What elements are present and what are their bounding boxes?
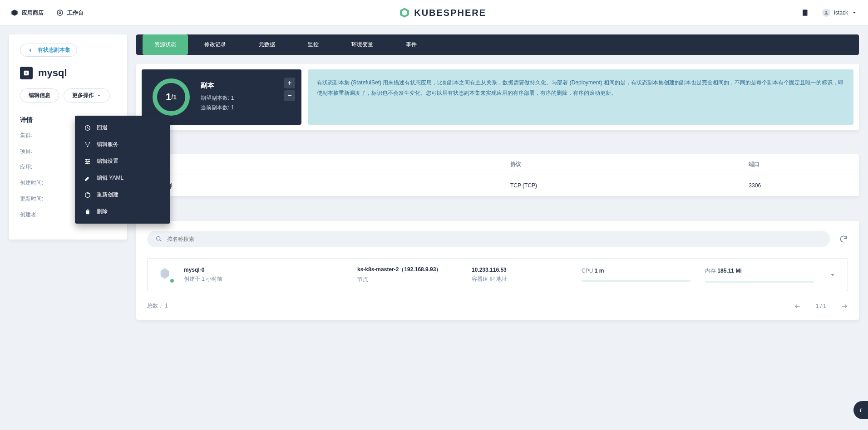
col-port: 端口	[736, 154, 859, 175]
dropdown-recreate[interactable]: 重新创建	[75, 186, 170, 203]
ports-table: 名称 协议 端口 tcp-mysql TCP (TCP) 3306	[136, 154, 859, 196]
caret-down-icon	[97, 93, 101, 98]
tab-revisions[interactable]: 修改记录	[192, 34, 238, 55]
pod-ip: 10.233.116.53	[472, 267, 572, 273]
pager: 1 / 1	[794, 303, 848, 310]
pod-node-label: 节点	[357, 276, 462, 283]
search-icon	[155, 235, 163, 243]
replica-actual: 当前副本数: 1	[201, 104, 234, 112]
logo: KUBESPHERE	[399, 7, 486, 19]
edit-info-button[interactable]: 编辑信息	[20, 88, 59, 103]
back-button[interactable]: 有状态副本集	[20, 44, 77, 57]
header: 应用商店 工作台 KUBESPHERE lstack	[0, 0, 868, 25]
pod-total: 总数： 1	[147, 302, 168, 310]
pod-name: mysql-0	[184, 267, 347, 273]
pods-card: mysql-0 创建于 1 小时前 ks-k8s-master-2（192.16…	[136, 221, 859, 320]
cpu-bar	[582, 280, 690, 282]
statefulset-icon	[20, 67, 33, 79]
app-store-icon	[11, 9, 18, 16]
tab-metadata[interactable]: 元数据	[247, 34, 287, 55]
detail-sidebar: 有状态副本集 mysql 编辑信息 更多操作 详情 集群: 项目: 应用: 创建…	[9, 34, 127, 239]
more-ops-dropdown: 回退 编辑服务 编辑设置 编辑 YAML 重新创建 删除	[75, 116, 170, 224]
svg-point-11	[86, 162, 88, 164]
docs-icon[interactable]	[801, 9, 809, 17]
nav-workbench[interactable]: 工作台	[56, 9, 84, 17]
restart-icon	[84, 191, 91, 199]
logo-icon	[399, 7, 410, 19]
sliders-icon	[84, 158, 91, 165]
mem-bar	[705, 281, 814, 283]
info-box: 有状态副本集 (StatefulSet) 用来描述有状态应用，比如副本之间有主从…	[308, 69, 853, 125]
replica-plus-button[interactable]: +	[284, 78, 295, 88]
tab-monitoring[interactable]: 监控	[296, 34, 330, 55]
port-row: tcp-mysql TCP (TCP) 3306	[136, 175, 859, 196]
replica-minus-button[interactable]: −	[284, 90, 295, 101]
tabs: 资源状态 修改记录 元数据 监控 环境变量 事件	[136, 34, 859, 55]
dropdown-delete[interactable]: 删除	[75, 203, 170, 220]
replica-card: 1/1 副本 期望副本数: 1 当前副本数: 1 + − 有状态副本集 (Sta…	[136, 64, 859, 130]
chevron-down-icon	[852, 10, 857, 15]
tab-env[interactable]: 环境变量	[340, 34, 385, 55]
dropdown-edit-yaml[interactable]: 编辑 YAML	[75, 170, 170, 186]
pod-node: ks-k8s-master-2（192.168.9.93）	[357, 266, 462, 274]
chevron-left-icon	[27, 47, 33, 54]
dropdown-edit-service[interactable]: 编辑服务	[75, 136, 170, 153]
user-menu[interactable]: lstack	[822, 9, 857, 17]
more-ops-button[interactable]: 更多操作	[64, 88, 110, 103]
tab-events[interactable]: 事件	[394, 34, 429, 55]
pod-search-input[interactable]	[167, 236, 822, 242]
svg-rect-2	[803, 10, 808, 16]
workbench-icon	[56, 9, 64, 16]
page-prev[interactable]	[794, 303, 801, 310]
dropdown-edit-settings[interactable]: 编辑设置	[75, 153, 170, 170]
svg-point-10	[88, 161, 89, 162]
pod-icon	[158, 267, 174, 283]
resource-title: mysql	[38, 67, 67, 79]
pods-heading: 容器组	[136, 207, 859, 215]
tab-resource-status[interactable]: 资源状态	[143, 34, 188, 55]
ports-heading: 端口	[136, 140, 859, 148]
pod-created: 创建于 1 小时前	[184, 275, 347, 283]
svg-point-1	[59, 12, 61, 14]
page-indicator: 1 / 1	[816, 303, 826, 309]
replica-title: 副本	[201, 81, 234, 90]
network-icon	[84, 141, 91, 148]
col-name: 名称	[136, 154, 498, 175]
svg-point-13	[157, 237, 160, 240]
pod-status-indicator	[169, 278, 175, 283]
replica-ring: 1/1	[153, 78, 190, 116]
trash-icon	[84, 208, 91, 215]
pod-ip-label: 容器组 IP 地址	[472, 275, 572, 283]
expand-icon[interactable]	[829, 271, 837, 279]
svg-point-3	[825, 11, 827, 13]
dropdown-rollback[interactable]: 回退	[75, 119, 170, 136]
nav-app-store[interactable]: 应用商店	[11, 9, 44, 17]
col-protocol: 协议	[498, 154, 736, 175]
rollback-icon	[84, 124, 91, 132]
pod-cpu: CPU 1 m	[582, 268, 695, 274]
pen-icon	[84, 175, 91, 182]
pod-mem: 内存 185.11 Mi	[705, 267, 819, 275]
svg-point-9	[86, 159, 87, 160]
svg-point-0	[57, 10, 63, 15]
user-avatar-icon	[822, 9, 830, 17]
page-next[interactable]	[841, 303, 848, 310]
pod-item[interactable]: mysql-0 创建于 1 小时前 ks-k8s-master-2（192.16…	[147, 258, 848, 291]
refresh-button[interactable]	[839, 235, 848, 244]
replica-desired: 期望副本数: 1	[201, 94, 234, 102]
pod-search[interactable]	[147, 231, 830, 247]
